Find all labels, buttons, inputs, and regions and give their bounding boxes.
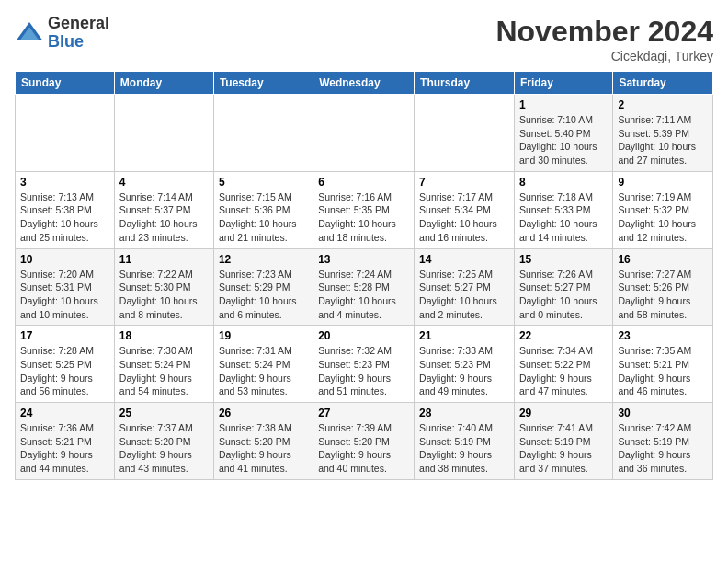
calendar-week-4: 17Sunrise: 7:28 AM Sunset: 5:25 PM Dayli… [16,326,713,403]
day-info: Sunrise: 7:13 AM Sunset: 5:38 PM Dayligh… [20,190,109,245]
day-number: 22 [519,329,608,342]
day-number: 7 [419,176,509,189]
day-info: Sunrise: 7:40 AM Sunset: 5:19 PM Dayligh… [419,421,509,476]
day-info: Sunrise: 7:15 AM Sunset: 5:36 PM Dayligh… [219,190,308,245]
day-number: 2 [618,98,708,111]
day-info: Sunrise: 7:22 AM Sunset: 5:30 PM Dayligh… [119,268,209,322]
weekday-header-wednesday: Wednesday [313,72,415,95]
day-number: 26 [219,407,308,419]
day-info: Sunrise: 7:19 AM Sunset: 5:32 PM Dayligh… [618,190,708,245]
day-number: 27 [318,407,409,419]
calendar-cell: 13Sunrise: 7:24 AM Sunset: 5:28 PM Dayli… [313,248,415,326]
day-info: Sunrise: 7:32 AM Sunset: 5:23 PM Dayligh… [318,344,409,398]
day-number: 11 [119,253,209,266]
calendar-cell: 7Sunrise: 7:17 AM Sunset: 5:34 PM Daylig… [415,171,515,248]
calendar-cell: 15Sunrise: 7:26 AM Sunset: 5:27 PM Dayli… [514,248,612,326]
day-number: 23 [618,329,708,342]
day-number: 1 [519,98,608,111]
day-info: Sunrise: 7:30 AM Sunset: 5:24 PM Dayligh… [119,344,209,398]
day-number: 3 [20,176,109,189]
calendar-cell: 24Sunrise: 7:36 AM Sunset: 5:21 PM Dayli… [16,403,115,480]
day-number: 18 [119,329,209,342]
day-info: Sunrise: 7:31 AM Sunset: 5:24 PM Dayligh… [219,344,308,398]
calendar-cell [114,95,213,172]
weekday-header-monday: Monday [114,72,213,95]
day-number: 8 [519,176,608,189]
calendar-cell [16,95,115,172]
logo-general: General [48,14,109,32]
weekday-header-thursday: Thursday [415,72,515,95]
day-info: Sunrise: 7:42 AM Sunset: 5:19 PM Dayligh… [618,421,708,476]
calendar-week-5: 24Sunrise: 7:36 AM Sunset: 5:21 PM Dayli… [16,403,713,480]
day-number: 24 [20,407,109,419]
weekday-header-row: SundayMondayTuesdayWednesdayThursdayFrid… [16,72,713,95]
calendar-table: SundayMondayTuesdayWednesdayThursdayFrid… [15,71,713,480]
calendar-cell: 28Sunrise: 7:40 AM Sunset: 5:19 PM Dayli… [415,403,515,480]
day-info: Sunrise: 7:28 AM Sunset: 5:25 PM Dayligh… [20,344,109,398]
calendar-cell: 14Sunrise: 7:25 AM Sunset: 5:27 PM Dayli… [415,248,515,326]
calendar-cell: 26Sunrise: 7:38 AM Sunset: 5:20 PM Dayli… [213,403,313,480]
day-info: Sunrise: 7:35 AM Sunset: 5:21 PM Dayligh… [618,344,708,398]
day-number: 16 [618,253,708,266]
day-number: 12 [219,253,308,266]
day-number: 25 [119,407,209,419]
logo-text: General Blue [48,15,109,52]
day-number: 15 [519,253,608,266]
calendar-cell: 25Sunrise: 7:37 AM Sunset: 5:20 PM Dayli… [114,403,213,480]
day-number: 19 [219,329,308,342]
day-info: Sunrise: 7:27 AM Sunset: 5:26 PM Dayligh… [618,268,708,322]
day-number: 17 [20,329,109,342]
day-info: Sunrise: 7:18 AM Sunset: 5:33 PM Dayligh… [519,190,608,245]
day-info: Sunrise: 7:25 AM Sunset: 5:27 PM Dayligh… [419,268,509,322]
day-info: Sunrise: 7:26 AM Sunset: 5:27 PM Dayligh… [519,268,608,322]
weekday-header-tuesday: Tuesday [213,72,313,95]
day-info: Sunrise: 7:36 AM Sunset: 5:21 PM Dayligh… [20,421,109,476]
calendar-cell: 23Sunrise: 7:35 AM Sunset: 5:21 PM Dayli… [613,326,713,403]
calendar-cell: 3Sunrise: 7:13 AM Sunset: 5:38 PM Daylig… [16,171,115,248]
day-number: 29 [519,407,608,419]
month-title: November 2024 [495,15,713,49]
day-number: 10 [20,253,109,266]
page-header: General Blue November 2024 Cicekdagi, Tu… [15,15,713,63]
logo-blue: Blue [48,32,84,51]
weekday-header-saturday: Saturday [613,72,713,95]
day-number: 9 [618,176,708,189]
calendar-week-3: 10Sunrise: 7:20 AM Sunset: 5:31 PM Dayli… [16,248,713,326]
day-info: Sunrise: 7:11 AM Sunset: 5:39 PM Dayligh… [618,113,708,167]
logo-icon [15,18,44,48]
calendar-cell: 5Sunrise: 7:15 AM Sunset: 5:36 PM Daylig… [213,171,313,248]
calendar-cell: 18Sunrise: 7:30 AM Sunset: 5:24 PM Dayli… [114,326,213,403]
day-number: 21 [419,329,509,342]
calendar-cell: 2Sunrise: 7:11 AM Sunset: 5:39 PM Daylig… [613,95,713,172]
day-info: Sunrise: 7:41 AM Sunset: 5:19 PM Dayligh… [519,421,608,476]
calendar-cell: 4Sunrise: 7:14 AM Sunset: 5:37 PM Daylig… [114,171,213,248]
weekday-header-sunday: Sunday [16,72,115,95]
calendar-cell: 30Sunrise: 7:42 AM Sunset: 5:19 PM Dayli… [613,403,713,480]
calendar-cell: 27Sunrise: 7:39 AM Sunset: 5:20 PM Dayli… [313,403,415,480]
calendar-cell: 9Sunrise: 7:19 AM Sunset: 5:32 PM Daylig… [613,171,713,248]
location-subtitle: Cicekdagi, Turkey [495,49,713,63]
logo: General Blue [15,15,109,52]
day-info: Sunrise: 7:38 AM Sunset: 5:20 PM Dayligh… [219,421,308,476]
day-number: 5 [219,176,308,189]
calendar-cell: 19Sunrise: 7:31 AM Sunset: 5:24 PM Dayli… [213,326,313,403]
day-number: 14 [419,253,509,266]
calendar-cell: 17Sunrise: 7:28 AM Sunset: 5:25 PM Dayli… [16,326,115,403]
calendar-cell: 11Sunrise: 7:22 AM Sunset: 5:30 PM Dayli… [114,248,213,326]
day-info: Sunrise: 7:34 AM Sunset: 5:22 PM Dayligh… [519,344,608,398]
day-info: Sunrise: 7:14 AM Sunset: 5:37 PM Dayligh… [119,190,209,245]
day-info: Sunrise: 7:33 AM Sunset: 5:23 PM Dayligh… [419,344,509,398]
weekday-header-friday: Friday [514,72,612,95]
calendar-cell: 20Sunrise: 7:32 AM Sunset: 5:23 PM Dayli… [313,326,415,403]
day-number: 28 [419,407,509,419]
calendar-cell [313,95,415,172]
day-number: 30 [618,407,708,419]
calendar-cell: 6Sunrise: 7:16 AM Sunset: 5:35 PM Daylig… [313,171,415,248]
day-info: Sunrise: 7:24 AM Sunset: 5:28 PM Dayligh… [318,268,409,322]
day-info: Sunrise: 7:37 AM Sunset: 5:20 PM Dayligh… [119,421,209,476]
calendar-cell: 1Sunrise: 7:10 AM Sunset: 5:40 PM Daylig… [514,95,612,172]
calendar-cell: 12Sunrise: 7:23 AM Sunset: 5:29 PM Dayli… [213,248,313,326]
day-info: Sunrise: 7:23 AM Sunset: 5:29 PM Dayligh… [219,268,308,322]
day-info: Sunrise: 7:17 AM Sunset: 5:34 PM Dayligh… [419,190,509,245]
day-number: 4 [119,176,209,189]
